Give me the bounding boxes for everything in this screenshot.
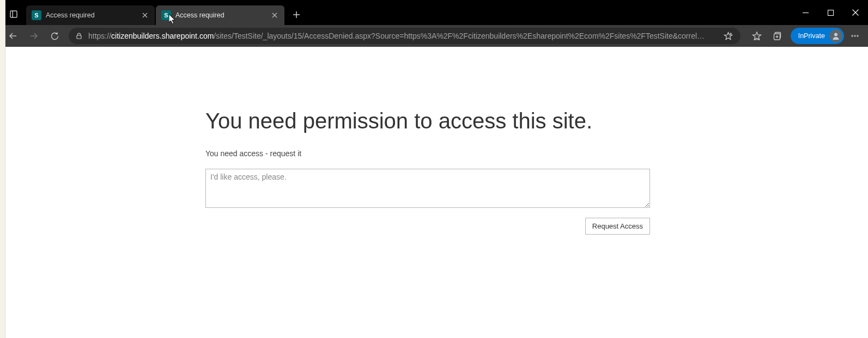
tab-title: Access required <box>46 11 135 19</box>
svg-rect-9 <box>828 10 833 15</box>
favorites-button[interactable] <box>747 27 767 45</box>
address-bar-actions <box>720 28 737 44</box>
tab-strip: S Access required S Access required <box>26 0 305 25</box>
tab-close-button[interactable] <box>139 10 150 21</box>
access-request-message-input[interactable] <box>205 169 650 208</box>
sharepoint-favicon-icon: S <box>32 10 41 20</box>
svg-rect-0 <box>10 11 17 17</box>
tab-actions-button[interactable] <box>4 5 23 23</box>
svg-point-25 <box>854 35 856 37</box>
collections-button[interactable] <box>768 27 787 45</box>
svg-marker-18 <box>752 32 761 40</box>
close-window-button[interactable] <box>843 0 868 25</box>
browser-title-bar: S Access required S Access required <box>0 0 868 25</box>
inprivate-indicator[interactable]: InPrivate <box>791 28 844 44</box>
svg-rect-14 <box>77 35 81 39</box>
page-subtext: You need access - request it <box>205 149 652 158</box>
inprivate-label: InPrivate <box>798 32 825 40</box>
page-heading: You need permission to access this site. <box>205 108 652 134</box>
svg-point-23 <box>834 33 837 36</box>
page-content: You need permission to access this site.… <box>0 47 868 338</box>
access-denied-panel: You need permission to access this site.… <box>205 47 652 235</box>
browser-toolbar: https://citizenbuilders.sharepoint.com/s… <box>0 25 868 47</box>
window-controls <box>793 0 868 25</box>
svg-point-24 <box>852 35 853 37</box>
profile-avatar-icon <box>829 29 842 42</box>
forward-button[interactable] <box>24 27 44 45</box>
refresh-button[interactable] <box>45 27 64 45</box>
url-prefix: https:// <box>88 32 111 40</box>
url-path: /sites/TestSite/_layouts/15/AccessDenied… <box>214 32 705 40</box>
button-row: Request Access <box>205 218 650 235</box>
maximize-button[interactable] <box>818 0 843 25</box>
minimize-button[interactable] <box>793 0 818 25</box>
svg-point-26 <box>857 35 859 37</box>
background-app-sliver <box>0 0 5 338</box>
toolbar-right: InPrivate <box>747 27 865 45</box>
new-tab-button[interactable] <box>288 6 305 23</box>
favorite-star-button[interactable] <box>720 28 737 44</box>
tab-close-button[interactable] <box>269 10 280 21</box>
back-button[interactable] <box>3 27 23 45</box>
tab-2[interactable]: S Access required <box>156 5 284 25</box>
tab-title: Access required <box>175 11 265 19</box>
sharepoint-favicon-icon: S <box>161 10 171 20</box>
url-host: citizenbuilders.sharepoint.com <box>111 32 214 40</box>
request-access-button[interactable]: Request Access <box>585 218 650 235</box>
site-info-lock-icon[interactable] <box>75 32 83 40</box>
settings-menu-button[interactable] <box>845 27 865 45</box>
url-text: https://citizenbuilders.sharepoint.com/s… <box>88 32 714 40</box>
address-bar[interactable]: https://citizenbuilders.sharepoint.com/s… <box>69 28 740 44</box>
tab-1[interactable]: S Access required <box>26 5 155 25</box>
